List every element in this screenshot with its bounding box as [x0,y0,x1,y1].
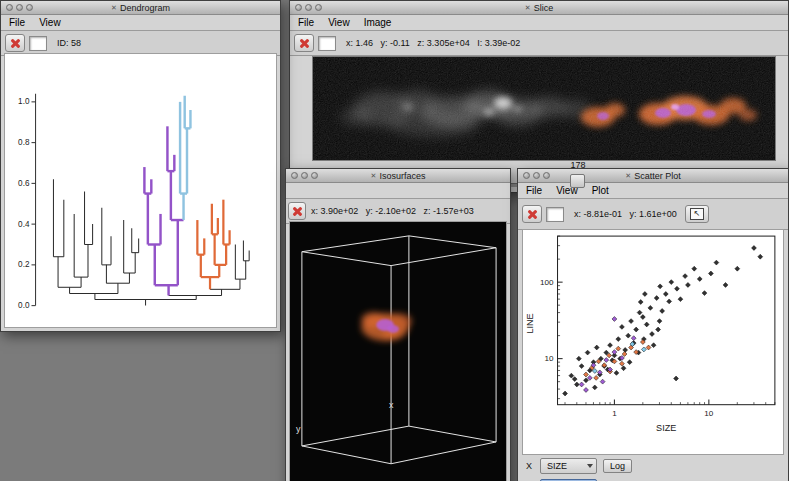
window-title-text: Slice [534,3,554,13]
svg-text:0.8: 0.8 [18,138,30,147]
dendrogram-window[interactable]: ✕ Dendrogram File View ID: 58 0.00.20.40… [0,0,281,332]
close-button[interactable] [523,172,530,179]
window-proxy-icon: ✕ [525,4,531,11]
svg-text:1.0: 1.0 [18,97,30,106]
window-proxy-icon: ✕ [625,172,631,179]
isosurfaces-window[interactable]: ✕ Isosurfaces x: 3.90e+02 y: -2.10e+02 z… [285,168,511,481]
slider-handle[interactable] [570,174,585,188]
window-proxy-icon: ✕ [111,4,117,11]
menu-file[interactable]: File [526,185,542,196]
dendrogram-titlebar[interactable]: ✕ Dendrogram [1,1,280,15]
svg-text:1: 1 [612,409,617,418]
menu-file[interactable]: File [9,17,25,28]
cursor-coordinates: x: 1.46 y: -0.11 z: 3.305e+04 I: 3.39e-0… [346,38,520,48]
scatter-window[interactable]: ✕ Scatter Plot File View Plot x: -8.81e-… [517,168,789,481]
menu-plot[interactable]: Plot [592,185,609,196]
selected-structure-id: ID: 58 [57,38,81,48]
minimize-button[interactable] [301,172,308,179]
close-button[interactable] [6,4,13,11]
isosurfaces-menubar [286,183,510,199]
select-mode-button[interactable] [288,202,306,220]
red-cross-icon [527,209,538,220]
window-title: ✕ Slice [290,3,788,13]
window-controls [286,172,318,179]
x-axis-combobox[interactable]: SIZE [540,458,597,474]
window-title: ✕ Scatter Plot [518,171,788,181]
x-axis-row: X SIZE Log [518,457,788,474]
menu-view[interactable]: View [328,17,350,28]
color-swatch[interactable] [546,207,564,222]
x-axis-row-label: X [526,461,534,471]
menu-image[interactable]: Image [364,17,392,28]
svg-text:LINE: LINE [525,313,535,333]
scatter-titlebar[interactable]: ✕ Scatter Plot [518,169,788,183]
scatter-menubar: File View Plot [518,183,788,199]
svg-text:SIZE: SIZE [656,423,676,433]
minimize-button[interactable] [305,4,312,11]
slice-window[interactable]: ✕ Slice File View Image x: 1.46 y: -0.11… [289,0,789,193]
cursor-coordinates: x: -8.81e-01 y: 1.61e+00 [574,209,677,219]
slice-menubar: File View Image [290,15,788,31]
svg-text:100: 100 [540,278,554,287]
dendrogram-menubar: File View [1,15,280,31]
color-swatch[interactable] [29,36,47,51]
window-title-text: Scatter Plot [634,171,681,181]
desktop: ✕ Slice File View Image x: 1.46 y: -0.11… [0,0,789,481]
svg-text:0.6: 0.6 [18,179,30,188]
dendrogram-plot-panel: 0.00.20.40.60.81.0 [4,53,277,328]
zoom-button[interactable] [26,4,33,11]
minimize-button[interactable] [533,172,540,179]
svg-text:0.0: 0.0 [18,301,30,310]
scatter-toolbar: x: -8.81e-01 y: 1.61e+00 ↖ [518,199,788,230]
svg-text:0.2: 0.2 [18,260,30,269]
selection-box-arrow-icon: ↖ [690,208,704,220]
select-mode-button[interactable] [5,34,25,52]
window-title-text: Dendrogram [120,3,170,13]
window-title: ✕ Dendrogram [1,3,280,13]
svg-text:0.4: 0.4 [18,220,30,229]
isosurface-3d-view[interactable]: x y [290,222,506,481]
slice-image-canvas [313,57,775,160]
menu-file[interactable]: File [298,17,314,28]
scatter-plot[interactable]: 11010100SIZELINE [523,230,783,439]
window-title-text: Isosurfaces [379,171,425,181]
slice-titlebar[interactable]: ✕ Slice [290,1,788,15]
cursor-coordinates: x: 3.90e+02 y: -2.10e+02 z: -1.57e+03 [311,206,474,216]
region-select-button[interactable]: ↖ [685,205,709,223]
x-axis-selected-value: SIZE [547,461,567,471]
window-controls [290,4,322,11]
isosurfaces-titlebar[interactable]: ✕ Isosurfaces [286,169,510,183]
svg-text:10: 10 [544,354,554,363]
select-mode-button[interactable] [294,34,314,52]
red-cross-icon [299,38,310,49]
close-button[interactable] [295,4,302,11]
wireframe-box [302,236,496,464]
red-cross-icon [10,38,21,49]
isosurface-view-panel: x y [289,221,507,481]
slice-image[interactable] [312,56,776,161]
window-title: ✕ Isosurfaces [286,171,510,181]
red-cross-icon [292,206,303,217]
x-log-button[interactable]: Log [603,459,632,473]
slider-value: 178 [560,160,596,170]
window-controls [1,4,33,11]
window-proxy-icon: ✕ [371,172,377,179]
svg-text:10: 10 [704,409,714,418]
dendrogram-plot[interactable]: 0.00.20.40.60.81.0 [5,54,276,327]
zoom-button[interactable] [311,172,318,179]
slice-toolbar: x: 1.46 y: -0.11 z: 3.305e+04 I: 3.39e-0… [290,31,788,56]
scatter-plot-panel: 11010100SIZELINE [522,229,784,455]
close-button[interactable] [291,172,298,179]
y-axis-label-3d: y [296,424,301,434]
x-axis-label-3d: x [389,400,394,410]
zoom-button[interactable] [543,172,550,179]
select-mode-button[interactable] [522,205,542,223]
color-swatch[interactable] [318,36,336,51]
minimize-button[interactable] [16,4,23,11]
menu-view[interactable]: View [39,17,61,28]
dropdown-arrow-icon [587,464,593,468]
window-controls [518,172,550,179]
zoom-button[interactable] [315,4,322,11]
